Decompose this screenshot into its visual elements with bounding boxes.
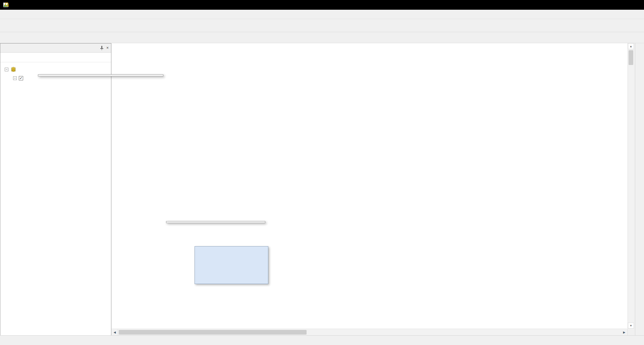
scroll-down-button[interactable]: ▼ [628,323,634,329]
toc-tree: − − ✓ [0,62,111,91]
scroll-left-button[interactable]: ◄ [112,329,118,335]
data-submenu [166,221,265,223]
point-symbol-swatch[interactable] [25,85,29,88]
layout-editor-drawing-toolbar [0,32,644,43]
toc-header: × [0,44,111,53]
scroll-up-button[interactable]: ▲ [628,43,634,49]
toc-toolbar [0,53,111,62]
export-data-tooltip [195,246,268,284]
table-of-contents-panel: × − − ✓ [0,43,111,335]
close-panel-icon[interactable]: × [106,46,109,50]
status-bar [0,335,644,345]
menu-bar [0,10,644,19]
horizontal-scroll-thumb[interactable] [119,330,307,335]
arcmap-app-icon [3,2,9,8]
collapse-layers-icon[interactable]: − [5,68,8,71]
right-dock-tab-strip [635,43,644,335]
map-vertical-scrollbar[interactable]: ▲ ▼ [628,43,634,329]
map-horizontal-scrollbar[interactable]: ◄ ► [112,329,628,335]
map-canvas[interactable] [112,43,628,329]
title-bar [0,0,644,10]
selected-layer-label[interactable] [25,78,58,78]
collapse-layer-icon[interactable]: − [13,76,17,80]
scroll-right-button[interactable]: ► [621,329,628,335]
vertical-scroll-thumb[interactable] [629,50,633,65]
pin-icon[interactable] [100,46,104,50]
layer-context-menu [38,74,163,76]
standard-toolbar [0,19,644,32]
layer-visibility-checkbox[interactable]: ✓ [19,76,23,80]
layers-group-icon [10,67,16,72]
